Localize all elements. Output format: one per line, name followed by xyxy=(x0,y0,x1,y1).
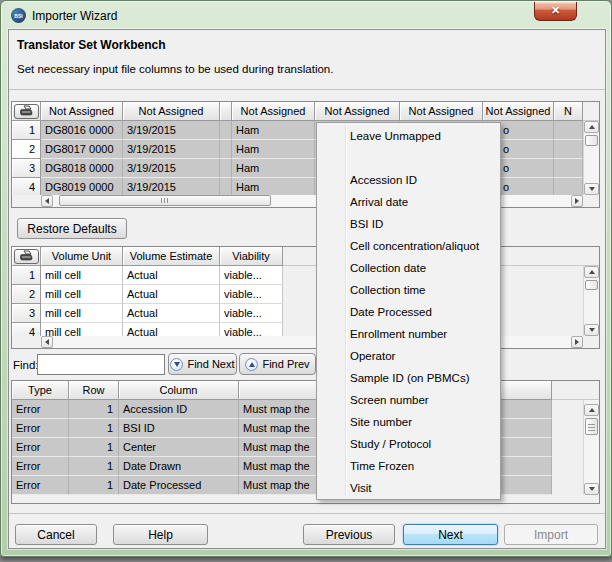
scrollbar-thumb[interactable] xyxy=(585,280,598,290)
column-header-row[interactable]: Row xyxy=(69,381,119,400)
cell-column[interactable]: Date Drawn xyxy=(119,457,239,476)
row-number-button[interactable]: 2 xyxy=(12,140,41,159)
row-number-button[interactable]: 1 xyxy=(12,121,41,140)
cell[interactable]: mill cell xyxy=(41,285,123,304)
previous-button[interactable]: Previous xyxy=(303,524,395,545)
cell-type[interactable]: Error xyxy=(12,457,69,476)
cell-row[interactable]: 1 xyxy=(69,476,119,495)
cell[interactable]: 3/19/2015 xyxy=(123,178,220,195)
menu-item[interactable]: Site number xyxy=(317,411,500,433)
scrollbar-thumb[interactable] xyxy=(585,418,598,435)
column-header-type[interactable]: Type xyxy=(12,381,69,400)
scroll-up-icon[interactable] xyxy=(584,121,599,133)
cell-type[interactable]: Error xyxy=(12,476,69,495)
cell-column[interactable]: Center xyxy=(119,438,239,457)
scroll-down-icon[interactable] xyxy=(584,324,599,336)
vertical-scrollbar[interactable] xyxy=(583,121,599,195)
row-number-button[interactable]: 2 xyxy=(12,285,41,304)
column-header-not-assigned-3[interactable]: Not Assigned xyxy=(232,102,315,121)
menu-item[interactable]: Cell concentration/aliquot xyxy=(317,235,500,257)
cell[interactable]: Actual xyxy=(123,266,220,285)
cell[interactable] xyxy=(554,159,583,178)
cell[interactable]: viable... xyxy=(220,323,283,336)
scroll-right-icon[interactable] xyxy=(571,336,583,348)
cell-column[interactable]: BSI ID xyxy=(119,419,239,438)
menu-item[interactable]: Screen number xyxy=(317,389,500,411)
scroll-down-icon[interactable] xyxy=(584,483,599,495)
scrollbar-thumb[interactable] xyxy=(59,195,271,206)
menu-item[interactable]: Collection date xyxy=(317,257,500,279)
menu-item[interactable]: Sample ID (on PBMCs) xyxy=(317,367,500,389)
row-number-button[interactable]: 4 xyxy=(12,323,41,336)
cell[interactable]: DG8018 0000 xyxy=(41,159,123,178)
cell[interactable]: DG8016 0000 xyxy=(41,121,123,140)
find-input[interactable] xyxy=(37,354,165,375)
cell[interactable] xyxy=(220,140,232,159)
cell[interactable]: Ham xyxy=(232,121,315,140)
cell[interactable]: Actual xyxy=(123,285,220,304)
scrollbar-thumb[interactable] xyxy=(585,135,598,146)
cell-column[interactable]: Accession ID xyxy=(119,400,239,419)
cell[interactable]: viable... xyxy=(220,285,283,304)
cell[interactable]: Ham xyxy=(232,159,315,178)
cell[interactable] xyxy=(554,140,583,159)
menu-item[interactable]: Visit xyxy=(317,477,500,499)
cell[interactable]: Actual xyxy=(123,323,220,336)
column-header-viability[interactable]: Viability xyxy=(220,247,283,266)
menu-item[interactable]: Accession ID xyxy=(317,169,500,191)
scroll-left-icon[interactable] xyxy=(41,336,53,348)
cell[interactable] xyxy=(554,178,583,195)
column-header-volume-estimate[interactable]: Volume Estimate xyxy=(123,247,220,266)
cell[interactable] xyxy=(220,121,232,140)
find-next-button[interactable]: Find Next xyxy=(168,353,237,375)
help-button[interactable]: Help xyxy=(113,524,208,545)
cell-row[interactable]: 1 xyxy=(69,457,119,476)
menu-item[interactable]: Study / Protocol xyxy=(317,433,500,455)
column-header-not-assigned-5[interactable]: Not Assigned xyxy=(400,102,483,121)
menu-item[interactable]: BSI ID xyxy=(317,213,500,235)
column-header-column[interactable]: Column xyxy=(119,381,239,400)
restore-defaults-button[interactable]: Restore Defaults xyxy=(17,218,127,239)
column-header-volume-unit[interactable]: Volume Unit xyxy=(41,247,123,266)
cell[interactable]: viable... xyxy=(220,304,283,323)
menu-item[interactable]: Time Frozen xyxy=(317,455,500,477)
find-prev-button[interactable]: Find Prev xyxy=(239,353,316,375)
cell[interactable] xyxy=(220,178,232,195)
cell[interactable] xyxy=(554,121,583,140)
column-header-not-assigned-7[interactable]: N xyxy=(554,102,583,121)
menu-item[interactable]: Collection time xyxy=(317,279,500,301)
cell-row[interactable]: 1 xyxy=(69,419,119,438)
cell[interactable]: DG8017 0000 xyxy=(41,140,123,159)
cell-type[interactable]: Error xyxy=(12,438,69,457)
cell[interactable]: 3/19/2015 xyxy=(123,159,220,178)
row-number-button[interactable]: 3 xyxy=(12,304,41,323)
column-header-not-assigned-4[interactable]: Not Assigned xyxy=(315,102,400,121)
cell[interactable]: Ham xyxy=(232,140,315,159)
row-number-button[interactable]: 1 xyxy=(12,266,41,285)
cell-column[interactable]: Date Processed xyxy=(119,476,239,495)
cell-type[interactable]: Error xyxy=(12,419,69,438)
cell[interactable]: Actual xyxy=(123,304,220,323)
cell[interactable]: 3/19/2015 xyxy=(123,121,220,140)
scroll-up-icon[interactable] xyxy=(584,404,599,416)
vertical-scrollbar[interactable] xyxy=(583,400,599,495)
menu-item[interactable]: Arrival date xyxy=(317,191,500,213)
scroll-left-icon[interactable] xyxy=(41,195,53,207)
cell[interactable]: 3/19/2015 xyxy=(123,140,220,159)
cell-row[interactable]: 1 xyxy=(69,400,119,419)
next-button[interactable]: Next xyxy=(403,524,498,545)
cell-type[interactable]: Error xyxy=(12,400,69,419)
scroll-right-icon[interactable] xyxy=(571,195,583,207)
cell-row[interactable]: 1 xyxy=(69,438,119,457)
menu-item[interactable]: Operator xyxy=(317,345,500,367)
row-number-button[interactable]: 4 xyxy=(12,178,41,195)
column-header-not-assigned-2[interactable]: Not Assigned xyxy=(123,102,220,121)
cell[interactable]: viable... xyxy=(220,266,283,285)
column-header-not-assigned-1[interactable]: Not Assigned xyxy=(41,102,123,121)
menu-item[interactable]: Enrollment number xyxy=(317,323,500,345)
vertical-scrollbar[interactable] xyxy=(583,266,599,336)
horizontal-scrollbar[interactable] xyxy=(12,336,599,348)
horizontal-scrollbar[interactable] xyxy=(12,195,599,207)
select-all-corner-button[interactable] xyxy=(12,102,41,121)
scroll-up-icon[interactable] xyxy=(584,266,599,278)
